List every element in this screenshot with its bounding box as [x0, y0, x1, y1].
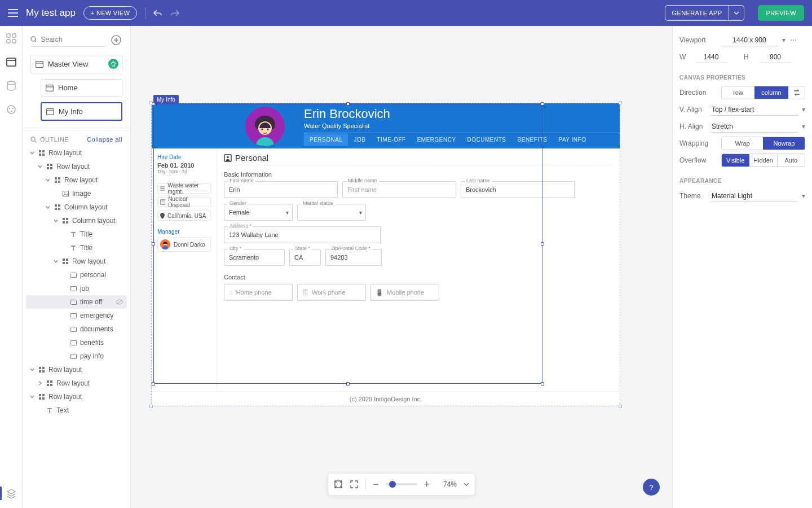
chevron-down-icon[interactable]	[729, 6, 744, 20]
dir-row[interactable]: row	[722, 86, 754, 99]
outline-item[interactable]: time off	[26, 295, 127, 309]
outline-item[interactable]: Title	[26, 241, 127, 255]
tab-job[interactable]: JOB	[348, 133, 371, 146]
more-icon[interactable]: ⋯	[790, 36, 797, 44]
zip-field[interactable]: Zip/Postal Code *94203	[325, 249, 382, 266]
tab-timeoff[interactable]: TIME-OFF	[371, 133, 411, 146]
direction-toggle[interactable]: row column	[721, 86, 805, 99]
outline-item[interactable]: Column layout	[26, 200, 127, 214]
chevron-down-icon[interactable]: ▾	[782, 36, 785, 44]
components-icon[interactable]	[5, 32, 18, 45]
outline-item[interactable]: Column layout	[26, 214, 127, 227]
dir-column[interactable]: column	[754, 86, 788, 99]
generate-app-button[interactable]: GENERATE APP	[665, 5, 745, 21]
fullscreen-icon[interactable]	[350, 480, 359, 489]
new-view-button[interactable]: + NEW VIEW	[83, 6, 137, 20]
outline-item[interactable]: Row layout	[26, 363, 127, 376]
master-view-card[interactable]: Master View	[30, 55, 122, 73]
overflow-hidden[interactable]: Hidden	[749, 154, 776, 167]
overflow-toggle[interactable]: Visible Hidden Auto	[721, 154, 805, 167]
zoom-value[interactable]: 74%	[436, 480, 457, 488]
views-icon[interactable]	[5, 55, 18, 69]
overflow-visible[interactable]: Visible	[722, 154, 749, 167]
svg-rect-57	[39, 394, 41, 396]
width-input[interactable]	[695, 51, 727, 63]
outline-item[interactable]: benefits	[26, 336, 127, 349]
tab-payinfo[interactable]: PAY INFO	[553, 133, 592, 146]
menu-icon[interactable]	[8, 9, 18, 17]
views-search-input[interactable]	[39, 35, 105, 44]
collapse-all-link[interactable]: Collapse all	[87, 136, 122, 143]
chevron-down-icon[interactable]: ▾	[802, 106, 805, 113]
outline-item[interactable]: Row layout	[26, 255, 127, 268]
undo-icon[interactable]	[153, 9, 162, 17]
outline-item[interactable]: Text	[26, 404, 127, 417]
layers-icon[interactable]	[5, 487, 18, 500]
svg-rect-50	[42, 367, 45, 369]
tab-emergency[interactable]: EMERGENCY	[412, 133, 462, 146]
canvas[interactable]: Erin Brockovich Water Quality Specialist…	[131, 26, 672, 508]
add-view-button[interactable]	[110, 34, 122, 46]
view-item-home[interactable]: Home	[41, 79, 122, 97]
outline-item[interactable]: pay info	[26, 349, 127, 363]
artboard[interactable]: Erin Brockovich Water Quality Specialist…	[151, 103, 620, 406]
zoom-out-button[interactable]: −	[373, 479, 379, 489]
chevron-down-icon[interactable]: ▾	[802, 122, 805, 130]
tab-personal[interactable]: PERSONAL	[304, 133, 348, 146]
svg-rect-30	[55, 204, 57, 207]
tab-documents[interactable]: DOCUMENTS	[462, 133, 512, 146]
zoom-slider[interactable]	[386, 483, 417, 485]
marital-select[interactable]: Marital status▾	[297, 204, 366, 221]
gender-select[interactable]: GenderFemale▾	[224, 204, 293, 221]
first-name-field[interactable]: First nameErin	[224, 181, 338, 198]
view-item-myinfo[interactable]: My Info	[41, 102, 122, 121]
redo-icon[interactable]	[170, 9, 179, 17]
wrap-option[interactable]: Wrap	[722, 137, 763, 150]
visibility-icon[interactable]	[116, 299, 123, 305]
theme-select[interactable]	[710, 190, 797, 202]
home-icon: ⌂	[229, 289, 233, 296]
swap-icon[interactable]	[788, 86, 805, 99]
viewport-select[interactable]	[721, 34, 778, 46]
outline-item[interactable]: Row layout	[26, 160, 127, 173]
outline-item[interactable]: job	[26, 282, 127, 295]
theme-icon[interactable]	[5, 103, 18, 116]
address-field[interactable]: Address *123 Wallaby Lane	[224, 226, 381, 243]
chevron-down-icon[interactable]	[464, 483, 469, 486]
city-field[interactable]: City *Scramento	[224, 249, 285, 266]
manager-card: Donni Darko	[157, 237, 211, 252]
outline-item[interactable]: Title	[26, 227, 127, 241]
chevron-down-icon[interactable]: ▾	[802, 192, 805, 200]
outline-item[interactable]: Row layout	[26, 376, 127, 390]
outline-item[interactable]: Image	[26, 187, 127, 200]
views-search[interactable]	[30, 33, 105, 47]
fit-icon[interactable]	[334, 480, 343, 489]
overflow-auto[interactable]: Auto	[777, 154, 805, 167]
window-icon	[46, 108, 54, 115]
state-field[interactable]: State *CA	[289, 249, 321, 266]
preview-button[interactable]: PREVIEW	[758, 5, 804, 21]
last-name-field[interactable]: Last nameBrockovich	[461, 181, 575, 198]
outline-item[interactable]: Row layout	[26, 146, 127, 160]
wrap-toggle[interactable]: Wrap Nowrap	[721, 137, 805, 150]
valign-select[interactable]	[710, 103, 797, 116]
mobile-phone-field[interactable]: 📱Mobile phone	[370, 284, 439, 301]
svg-rect-1	[12, 34, 16, 37]
outline-item[interactable]: Row layout	[26, 173, 127, 187]
tab-benefits[interactable]: BENEFITS	[512, 133, 553, 146]
outline-item[interactable]: Row layout	[26, 390, 127, 404]
home-phone-field[interactable]: ⌂Home phone	[224, 284, 293, 301]
list-icon	[160, 186, 165, 191]
height-input[interactable]	[760, 51, 791, 63]
outline-item[interactable]: personal	[26, 268, 127, 282]
outline-item[interactable]: emergency	[26, 309, 127, 322]
help-button[interactable]: ?	[643, 479, 660, 496]
nowrap-option[interactable]: Nowrap	[763, 137, 805, 150]
data-icon[interactable]	[5, 79, 18, 93]
zoom-in-button[interactable]: +	[424, 479, 430, 489]
halign-select[interactable]	[710, 120, 797, 133]
work-phone-field[interactable]: 🗄Work phone	[297, 284, 366, 301]
generate-label: GENERATE APP	[665, 6, 729, 20]
outline-item[interactable]: documents	[26, 322, 127, 336]
middle-name-field[interactable]: Middle nameFirst name	[342, 181, 456, 198]
